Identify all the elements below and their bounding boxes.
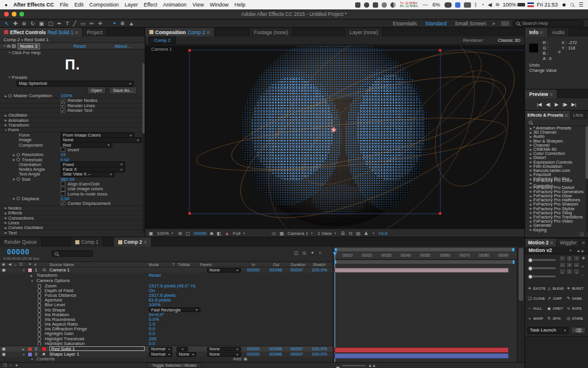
tab-libraries[interactable]: Libra <box>571 111 586 120</box>
warp-button[interactable]: ◗WARP <box>527 314 547 322</box>
effect-name[interactable]: Nodes 2 <box>18 43 40 49</box>
zoom-tool-icon[interactable]: ⊕ <box>22 21 26 26</box>
frame-blend-icon[interactable]: ⌗ <box>319 250 322 256</box>
anchor-bl-button[interactable]: ⌞ <box>559 268 566 274</box>
expander-icon[interactable]: ▼ <box>22 267 27 273</box>
puppet-tool-icon[interactable]: ✛ <box>98 21 103 26</box>
anchor-center-button[interactable]: ▪ <box>566 262 573 268</box>
out-column-header[interactable]: Out <box>273 262 279 267</box>
hide-shy-icon[interactable]: ✦ <box>310 250 315 256</box>
pan-behind-tool-icon[interactable]: ▢ <box>48 21 54 26</box>
t-column-header[interactable]: T <box>172 262 175 267</box>
search-help-box[interactable]: Search Help <box>513 20 583 26</box>
tab-comp1[interactable]: Comp 1 <box>71 237 103 247</box>
hand-tool-icon[interactable]: ✚ <box>14 21 18 26</box>
transparency-grid-icon[interactable]: ▦ <box>279 231 284 236</box>
roi-icon[interactable]: ▭ <box>272 231 276 236</box>
expander-icon[interactable]: ▼ <box>22 352 27 357</box>
effect-expander-icon[interactable]: ▼ <box>2 44 7 48</box>
composition-viewport[interactable]: Camera 1 <box>145 45 525 228</box>
mode-dropdown[interactable]: Normal▼ <box>149 347 172 352</box>
rope-button[interactable]: ∿ROPE <box>566 304 586 312</box>
duration-column-header[interactable]: Duration <box>290 262 306 267</box>
motion-blur-icon[interactable]: ✦ <box>15 363 18 368</box>
pixel-aspect-icon[interactable]: ✇ <box>341 231 345 236</box>
eye-toggle[interactable]: ◉ <box>2 352 6 357</box>
play-button[interactable]: ▶ <box>554 102 558 107</box>
tab-preview[interactable]: Preview≡ <box>525 89 557 98</box>
effect-category[interactable]: ▶Keying <box>525 228 588 232</box>
draft3d-icon[interactable]: ◎ <box>302 250 306 256</box>
tab-effect-controls[interactable]: Effect Controls Red Solid 1 ≡ <box>0 28 83 37</box>
clock[interactable]: Fri 21:53 <box>537 2 558 8</box>
panel-menu-icon[interactable]: ≡ <box>565 112 568 118</box>
exposure-value[interactable]: +0.0 <box>378 231 387 236</box>
frame-number[interactable]: 00000 <box>193 231 206 236</box>
trkmat-column-header[interactable]: TrkMat <box>178 262 190 267</box>
camera-tool-icon[interactable]: ▣ <box>39 21 44 26</box>
selection-handle-br[interactable] <box>439 212 442 215</box>
rotate-tool-icon[interactable]: ↻ <box>31 21 35 26</box>
checkbox-icon[interactable]: ✓ <box>61 108 65 113</box>
expand-layers-icon[interactable]: ❐ <box>3 363 6 368</box>
input-flag-icon[interactable] <box>527 2 534 7</box>
layer-name[interactable]: Camera 1 <box>49 267 69 273</box>
label-color-swatch[interactable] <box>28 347 32 351</box>
panel-menu-icon[interactable]: ≡ <box>550 240 553 246</box>
menu-edit[interactable]: Edit <box>74 2 83 8</box>
snapshot-icon[interactable]: ◙ <box>211 231 213 236</box>
stretch-value[interactable]: 100.0% <box>312 267 327 273</box>
timeline-zoom-slider[interactable] <box>342 365 366 366</box>
timeline-zoom-in-icon[interactable]: ▲▲ <box>368 363 376 367</box>
motion-slider-2[interactable] <box>529 267 556 269</box>
exposure-icon[interactable]: ◔ <box>372 231 375 236</box>
selection-handle-tl[interactable] <box>188 49 191 52</box>
menu-animation[interactable]: Animation <box>163 2 186 8</box>
volume-icon[interactable]: ◀ <box>487 2 492 8</box>
contents-group-row[interactable]: ▼Contents Add: ◉ <box>0 357 333 361</box>
excite-button[interactable]: ✛EXCITE <box>527 284 547 292</box>
label-color-swatch[interactable] <box>28 353 32 356</box>
checkbox-icon[interactable]: ✓ <box>61 103 65 108</box>
eye-toggle[interactable]: ◉ <box>2 346 6 352</box>
clone-tool-icon[interactable]: ✏ <box>89 21 94 26</box>
comp-mini-tab[interactable]: Comp 2 <box>149 37 176 44</box>
layer-row-red-solid[interactable]: ◉ ▶ 2 Red Solid 1 Normal▼ ▼ None▼ 00000 … <box>0 346 333 352</box>
selection-tool-icon[interactable]: ↖ <box>5 21 9 26</box>
spin-button[interactable]: ↻SPIN <box>547 314 566 322</box>
spotlight-icon[interactable] <box>570 3 574 6</box>
always-preview-icon[interactable]: ▣ <box>149 231 153 236</box>
panel-menu-icon[interactable]: ≡ <box>540 29 543 35</box>
docs-icon[interactable] <box>455 2 460 8</box>
camera-menu[interactable]: Camera 1▼ <box>288 231 314 236</box>
mask-feather-icon[interactable]: ✻ <box>120 21 125 26</box>
panel-menu-icon[interactable]: ≡ <box>550 91 553 97</box>
timeline-search-box[interactable] <box>52 250 93 257</box>
preset-open-button[interactable]: Open <box>87 87 106 94</box>
menu-layer[interactable]: Layer <box>125 2 138 8</box>
toggle-switches-modes-button[interactable]: Toggle Switches / Modes <box>147 363 202 368</box>
workspace-standard[interactable]: Standard <box>425 21 447 26</box>
click-for-help-row[interactable]: ▼Click For Help <box>0 49 145 55</box>
checkbox-icon[interactable] <box>61 187 65 191</box>
battery-icon[interactable] <box>517 3 525 6</box>
trkmat-dropdown[interactable]: ▼ <box>176 347 188 352</box>
label-color-swatch[interactable] <box>28 268 32 272</box>
tab-effects-presets[interactable]: Effects & Presets≡ <box>525 111 571 120</box>
anchor-tr-button[interactable]: ⌝ <box>573 256 580 261</box>
jump-button[interactable]: ↗JUMP <box>547 294 566 302</box>
tab-audio[interactable]: Audio <box>548 28 570 37</box>
layer-bar-red-solid[interactable] <box>335 347 509 353</box>
selection-handle-bl[interactable] <box>188 212 191 215</box>
layer-name-edit-box[interactable]: Red Solid 1 <box>49 346 145 351</box>
timeline-zoom-out-icon[interactable]: ▂ <box>336 363 339 368</box>
mask-visibility-icon[interactable]: ▢ <box>186 231 191 236</box>
menu-effect[interactable]: Effect <box>143 2 157 8</box>
add-shape-icon[interactable]: ◉ <box>243 357 248 361</box>
panel-chevron[interactable]: » <box>580 238 587 247</box>
pie-icon[interactable] <box>390 2 396 8</box>
in-column-header[interactable]: In <box>252 262 255 267</box>
out-value[interactable]: 00096 <box>269 267 282 273</box>
sync-settings-icon[interactable] <box>501 21 509 26</box>
menu-window[interactable]: Window <box>210 2 229 8</box>
